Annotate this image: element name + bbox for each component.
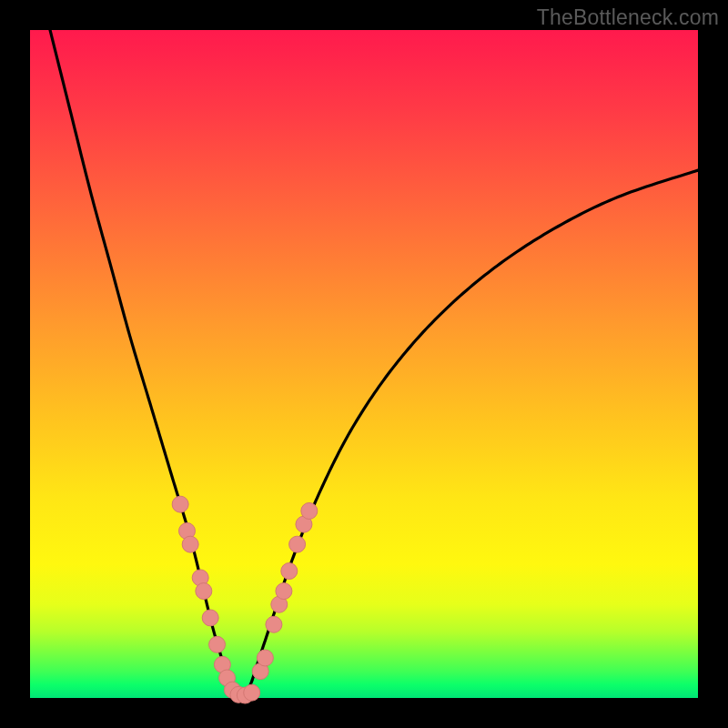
data-marker	[289, 536, 306, 552]
data-marker	[209, 636, 226, 652]
data-marker	[244, 684, 260, 701]
bottleneck-curve	[50, 30, 698, 696]
data-marker	[281, 563, 298, 580]
chart-frame: TheBottleneck.com	[0, 0, 728, 728]
data-marker	[266, 616, 282, 632]
data-marker	[202, 610, 218, 626]
data-marker	[276, 583, 292, 600]
data-markers-group	[172, 496, 318, 703]
chart-svg	[30, 30, 698, 698]
data-marker	[301, 502, 318, 519]
data-marker	[182, 536, 198, 552]
data-marker	[196, 583, 212, 600]
data-marker	[257, 650, 273, 666]
watermark-text: TheBottleneck.com	[537, 5, 719, 30]
plot-area	[30, 30, 698, 698]
data-marker	[172, 496, 188, 512]
